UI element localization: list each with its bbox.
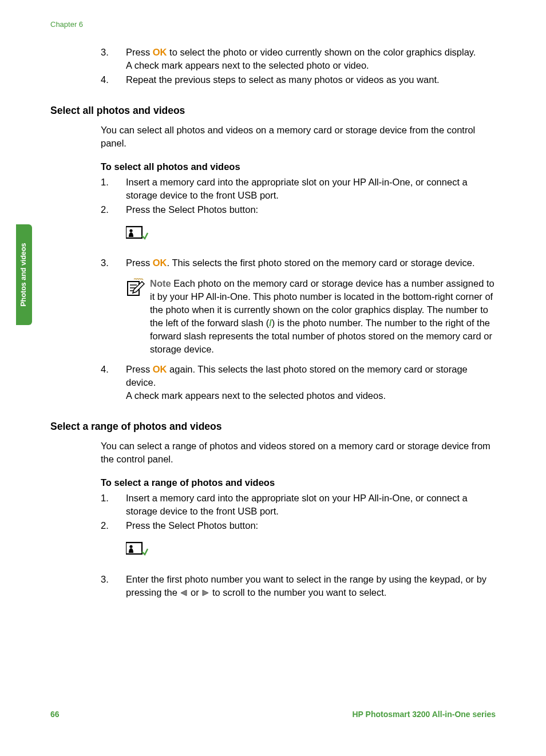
list-item: 3. Enter the first photo number you want…	[101, 573, 496, 600]
side-tab: Photos and videos	[16, 224, 32, 325]
list-item: 3. Press OK to select the photo or video…	[101, 46, 496, 72]
list-item: 4. Press OK again. This selects the last…	[101, 363, 496, 402]
select-photos-button-icon	[126, 225, 149, 246]
note-block: Note Each photo on the memory card or st…	[126, 277, 496, 357]
list-number: 3.	[101, 573, 126, 600]
list-body: Press the Select Photos button:	[126, 519, 496, 532]
text-line: A check mark appears next to the selecte…	[126, 389, 496, 402]
right-arrow-icon	[201, 587, 209, 600]
list-body: Insert a memory card into the appropriat…	[126, 492, 496, 518]
page-content: 3. Press OK to select the photo or video…	[50, 46, 496, 601]
list-body: Press the Select Photos button:	[126, 203, 496, 216]
text-segment: . This selects the first photo stored on…	[167, 258, 475, 268]
list-body: Press OK to select the photo or video cu…	[126, 46, 496, 72]
text-segment: to select the photo or video currently s…	[167, 47, 476, 57]
section-heading: Select all photos and videos	[50, 104, 496, 118]
text-segment: to scroll to the number you want to sele…	[209, 587, 386, 597]
list-number: 4.	[101, 73, 126, 86]
note-label: Note	[150, 278, 171, 288]
list-number: 2.	[101, 519, 126, 532]
ok-keyword: OK	[153, 258, 167, 268]
list-body: Repeat the previous steps to select as m…	[126, 73, 496, 86]
svg-point-1	[129, 229, 132, 232]
list-body: Press OK again. This selects the last ph…	[126, 363, 496, 402]
section-intro: You can select a range of photos and vid…	[101, 440, 496, 466]
left-arrow-icon	[180, 587, 188, 600]
list-number: 1.	[101, 492, 126, 518]
text-segment: Press	[126, 258, 153, 268]
section-intro: You can select all photos and videos on …	[101, 124, 496, 150]
ok-keyword: OK	[153, 47, 167, 57]
list-number: 1.	[101, 176, 126, 202]
list-item: 1. Insert a memory card into the appropr…	[101, 492, 496, 518]
procedure-heading: To select a range of photos and videos	[101, 476, 496, 489]
ok-keyword: OK	[153, 364, 167, 374]
list-number: 4.	[101, 363, 126, 402]
text-segment: again. This selects the last photo store…	[126, 364, 468, 387]
procedure-heading: To select all photos and videos	[101, 160, 496, 173]
list-number: 3.	[101, 256, 126, 270]
list-item: 2. Press the Select Photos button:	[101, 519, 496, 532]
text-segment: Press	[126, 47, 153, 57]
text-segment: or	[188, 587, 201, 597]
list-item: 1. Insert a memory card into the appropr…	[101, 176, 496, 202]
side-tab-label: Photos and videos	[19, 243, 29, 306]
page-number: 66	[50, 709, 60, 721]
select-photos-button-icon	[126, 541, 149, 562]
svg-point-6	[129, 545, 132, 548]
list-item: 3. Press OK. This selects the first phot…	[101, 256, 496, 270]
product-name: HP Photosmart 3200 All-in-One series	[352, 709, 496, 721]
list-number: 3.	[101, 46, 126, 72]
section-heading: Select a range of photos and videos	[50, 419, 496, 434]
list-body: Press OK. This selects the first photo s…	[126, 256, 496, 270]
text-segment: Press	[126, 364, 153, 374]
note-icon	[126, 277, 150, 357]
svg-rect-5	[126, 543, 142, 554]
note-body: Note Each photo on the memory card or st…	[150, 277, 496, 357]
list-item: 2. Press the Select Photos button:	[101, 203, 496, 216]
list-body: Enter the first photo number you want to…	[126, 573, 496, 600]
list-item: 4. Repeat the previous steps to select a…	[101, 73, 496, 86]
svg-rect-0	[126, 227, 142, 238]
list-number: 2.	[101, 203, 126, 216]
list-body: Insert a memory card into the appropriat…	[126, 176, 496, 202]
chapter-header: Chapter 6	[50, 19, 83, 30]
text-line: A check mark appears next to the selecte…	[126, 59, 496, 72]
